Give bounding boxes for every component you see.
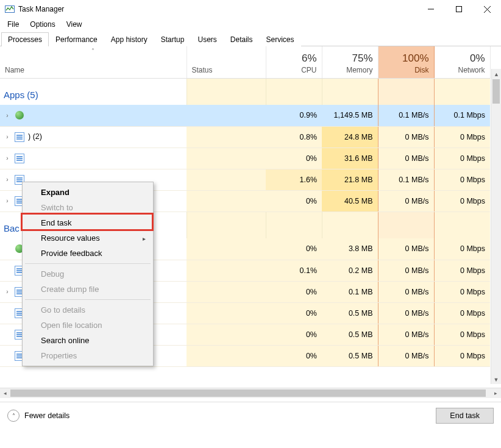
cell-network: 0.1 Mbps — [434, 105, 490, 126]
cell-cpu: 0% — [266, 148, 322, 169]
expand-chevron-icon[interactable]: › — [4, 112, 11, 119]
ctx-expand[interactable]: Expand — [24, 185, 152, 200]
cell-cpu: 0.1% — [266, 260, 322, 281]
tab-startup[interactable]: Startup — [154, 32, 191, 46]
ctx-separator — [25, 299, 151, 300]
tab-strip: Processes Performance App history Startu… — [0, 32, 501, 46]
disk-usage-pct: 100% — [383, 52, 429, 65]
cell-disk: 0 MB/s — [378, 190, 434, 212]
app-icon — [15, 132, 24, 142]
ctx-switch-to: Switch to — [24, 200, 152, 215]
cpu-usage-pct: 6% — [271, 52, 317, 65]
cell-network: 0 Mbps — [434, 148, 490, 169]
scroll-up-icon[interactable]: ▲ — [491, 69, 501, 79]
tab-processes[interactable]: Processes — [1, 32, 49, 46]
cell-disk: 0.1 MB/s — [378, 105, 434, 126]
cell-memory: 0.5 MB — [322, 324, 378, 345]
group-apps[interactable]: Apps (5) — [0, 78, 490, 105]
cell-network: 0 Mbps — [434, 345, 490, 366]
ctx-separator — [25, 263, 151, 264]
col-header-status[interactable]: Status — [187, 46, 266, 78]
menu-options[interactable]: Options — [25, 19, 60, 30]
tab-services[interactable]: Services — [260, 32, 301, 46]
col-label-network: Network — [439, 66, 485, 74]
cell-disk: 0 MB/s — [378, 148, 434, 169]
vertical-scrollbar[interactable]: ▲ ▼ — [491, 79, 501, 384]
ctx-open-file-location: Open file location — [24, 318, 152, 333]
fewer-details-label: Fewer details — [24, 411, 69, 420]
cell-cpu: 0% — [266, 324, 322, 345]
col-header-cpu[interactable]: 6% CPU — [266, 46, 322, 78]
cell-memory: 31.6 MB — [322, 148, 378, 169]
cell-memory: 0.5 MB — [322, 345, 378, 366]
cell-memory: 0.2 MB — [322, 260, 378, 281]
memory-usage-pct: 75% — [327, 52, 373, 65]
scroll-right-icon[interactable]: ▸ — [491, 390, 501, 396]
minimize-button[interactable] — [417, 0, 445, 18]
scrollbar-thumb[interactable] — [10, 389, 486, 397]
tab-details[interactable]: Details — [224, 32, 260, 46]
tab-app-history[interactable]: App history — [104, 32, 154, 46]
col-header-name[interactable]: ˄ Name — [0, 46, 187, 78]
cell-disk: 0 MB/s — [378, 345, 434, 366]
cell-disk: 0 MB/s — [378, 238, 434, 260]
col-header-disk[interactable]: 100% Disk — [378, 46, 434, 78]
maximize-button[interactable] — [445, 0, 473, 18]
cell-memory: 21.8 MB — [322, 169, 378, 190]
tab-performance[interactable]: Performance — [49, 32, 104, 46]
cell-cpu: 0% — [266, 281, 322, 302]
ctx-resource-values[interactable]: Resource values ▸ — [24, 230, 152, 246]
tab-users[interactable]: Users — [191, 32, 223, 46]
footer-bar: ˄ Fewer details End task — [0, 402, 501, 429]
scroll-down-icon[interactable]: ▼ — [491, 374, 501, 385]
col-label-name: Name — [5, 66, 182, 74]
expand-chevron-icon[interactable]: › — [4, 197, 11, 204]
group-apps-label: Apps (5) — [0, 78, 187, 105]
ctx-search-online[interactable]: Search online — [24, 333, 152, 348]
cell-cpu: 0% — [266, 345, 322, 366]
menu-file[interactable]: File — [2, 19, 24, 30]
end-task-button[interactable]: End task — [436, 408, 494, 424]
horizontal-scrollbar[interactable]: ◂ ▸ — [0, 388, 501, 398]
context-menu: Expand Switch to End task Resource value… — [22, 182, 154, 366]
cell-memory: 0.1 MB — [322, 281, 378, 302]
cell-memory: 40.5 MB — [322, 190, 378, 212]
table-row[interactable]: ›) (2) 0.8% 24.8 MB 0 MB/s 0 Mbps — [0, 126, 490, 148]
col-label-status: Status — [192, 66, 261, 74]
window-title: Task Manager — [18, 5, 64, 13]
cell-network: 0 Mbps — [434, 324, 490, 345]
fewer-details-button[interactable]: ˄ Fewer details — [7, 410, 69, 422]
expand-chevron-icon[interactable]: › — [4, 155, 11, 162]
cell-cpu: 1.6% — [266, 169, 322, 190]
cell-disk: 0 MB/s — [378, 324, 434, 345]
scrollbar-track[interactable] — [10, 388, 491, 398]
ctx-end-task[interactable]: End task — [24, 215, 152, 230]
col-header-network[interactable]: 0% Network — [434, 46, 490, 78]
cell-disk: 0 MB/s — [378, 260, 434, 281]
cell-network: 0 Mbps — [434, 238, 490, 260]
scrollbar-thumb[interactable] — [492, 79, 500, 104]
app-icon — [15, 154, 24, 163]
expand-chevron-icon[interactable]: › — [4, 133, 11, 140]
scroll-left-icon[interactable]: ◂ — [0, 390, 10, 396]
cell-cpu: 0.9% — [266, 105, 322, 126]
table-row[interactable]: › 0% 31.6 MB 0 MB/s 0 Mbps — [0, 148, 490, 169]
menu-view[interactable]: View — [62, 19, 87, 30]
cell-disk: 0.1 MB/s — [378, 169, 434, 190]
chevron-up-icon: ˄ — [7, 410, 20, 422]
table-row[interactable]: › 0.9% 1,149.5 MB 0.1 MB/s 0.1 Mbps — [0, 105, 490, 126]
expand-chevron-icon[interactable]: › — [4, 288, 11, 295]
col-header-memory[interactable]: 75% Memory — [322, 46, 378, 78]
ctx-go-to-details: Go to details — [24, 302, 152, 318]
ctx-provide-feedback[interactable]: Provide feedback — [24, 246, 152, 261]
cell-network: 0 Mbps — [434, 281, 490, 302]
process-list: ˄ Name Status 6% CPU 75% Memory 100% Dis… — [0, 46, 501, 388]
cell-network: 0 Mbps — [434, 126, 490, 148]
task-manager-icon — [5, 4, 15, 14]
expand-chevron-icon[interactable]: › — [4, 176, 11, 183]
svg-rect-2 — [457, 7, 462, 12]
close-button[interactable] — [473, 0, 501, 18]
network-usage-pct: 0% — [439, 52, 485, 65]
title-bar: Task Manager — [0, 0, 501, 18]
cell-memory: 3.8 MB — [322, 238, 378, 260]
